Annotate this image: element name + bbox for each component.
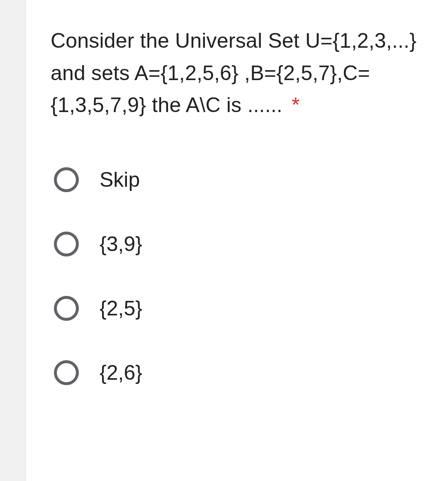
option-label: {2,5}: [100, 296, 142, 320]
option-label: {3,9}: [100, 232, 142, 256]
radio-icon: [54, 296, 79, 321]
option-2-5[interactable]: {2,5}: [54, 296, 436, 321]
option-3-9[interactable]: {3,9}: [54, 232, 436, 256]
radio-icon: [54, 232, 79, 256]
radio-icon: [54, 360, 79, 385]
radio-icon: [54, 167, 79, 192]
option-label: {2,6}: [100, 361, 142, 385]
question-body: Consider the Universal Set U={1,2,3,...}…: [51, 29, 416, 117]
option-2-6[interactable]: {2,6}: [54, 360, 436, 385]
options-group: Skip {3,9} {2,5} {2,6}: [51, 167, 436, 385]
question-text: Consider the Universal Set U={1,2,3,...}…: [51, 25, 436, 122]
question-card: Consider the Universal Set U={1,2,3,...}…: [26, 0, 448, 410]
left-margin: [0, 0, 26, 481]
required-star: *: [292, 93, 300, 117]
option-label: Skip: [100, 168, 140, 192]
option-skip[interactable]: Skip: [54, 167, 436, 192]
